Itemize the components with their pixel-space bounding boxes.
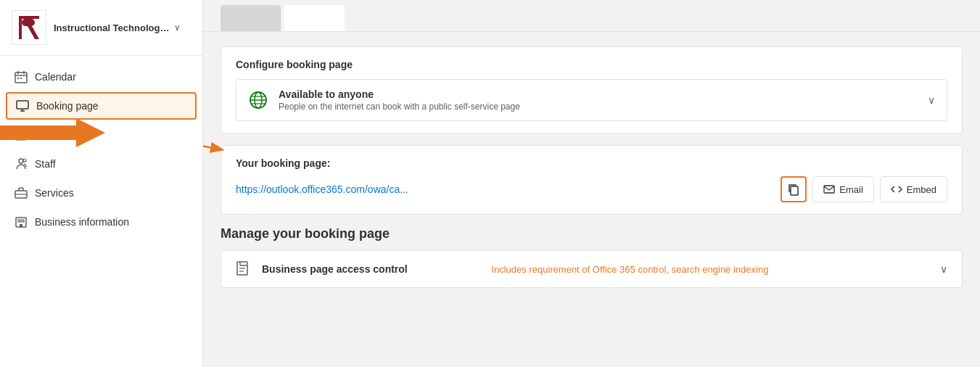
tab-2[interactable]: [284, 5, 344, 31]
booking-url-label: Your booking page:: [236, 157, 947, 169]
sidebar-item-booking-page-label: Booking page: [36, 100, 99, 112]
university-logo: [12, 10, 46, 45]
access-control-label: Business page access control: [262, 263, 481, 275]
document-icon: [236, 261, 252, 277]
availability-row: Available to anyone People on the intern…: [236, 79, 947, 121]
embed-button-label: Embed: [907, 184, 936, 195]
sidebar-item-services-label: Services: [35, 187, 74, 199]
sidebar-item-calendar-label: Calendar: [35, 71, 76, 83]
svg-rect-15: [22, 131, 25, 133]
sidebar-title-chevron[interactable]: ∨: [174, 22, 181, 33]
content-area: Configure booking page Available to anyo…: [203, 32, 980, 302]
copy-url-button[interactable]: [781, 176, 807, 202]
sidebar-nav: Calendar Booking page: [0, 56, 202, 243]
svg-rect-14: [17, 131, 20, 133]
briefcase-icon: [15, 186, 28, 199]
svg-rect-13: [16, 137, 26, 140]
sidebar-item-staff-label: Staff: [35, 158, 56, 170]
sidebar-item-business-info[interactable]: Business information: [0, 208, 202, 236]
email-button[interactable]: Email: [812, 176, 874, 202]
monitor-icon: [16, 99, 29, 112]
access-control-description: Includes requirement of Office 365 contr…: [491, 264, 930, 275]
sidebar-header: Instructional Technology ... ∨: [0, 0, 202, 56]
tab-1-label: [235, 12, 266, 23]
manage-booking-section: Manage your booking page Business page a…: [221, 226, 963, 288]
svg-rect-9: [20, 78, 22, 79]
svg-rect-31: [824, 186, 834, 193]
building-icon: [15, 215, 28, 228]
availability-title: Available to anyone: [279, 88, 918, 100]
svg-rect-3: [22, 19, 35, 26]
main-content: Configure booking page Available to anyo…: [203, 0, 980, 367]
url-actions-row: https://outlook.office365.com/owa/ca... …: [236, 176, 947, 202]
configure-section-title: Configure booking page: [236, 59, 947, 70]
svg-rect-21: [18, 220, 20, 222]
sidebar-title: Instructional Technology ...: [54, 22, 170, 33]
tab-1[interactable]: [221, 5, 281, 31]
sidebar-title-area[interactable]: Instructional Technology ... ∨: [54, 22, 191, 33]
availability-expand-chevron[interactable]: ∨: [928, 94, 935, 106]
svg-rect-8: [17, 78, 19, 79]
globe-icon: [248, 90, 268, 110]
manage-section-title: Manage your booking page: [221, 226, 963, 242]
sidebar: Instructional Technology ... ∨: [0, 0, 203, 367]
booking-url-section: Your booking page: https://outlook.offic…: [221, 145, 963, 215]
sidebar-item-staff[interactable]: Staff: [0, 150, 202, 178]
sidebar-item-services[interactable]: Services: [0, 179, 202, 207]
availability-desc: People on the internet can book with a p…: [279, 102, 918, 112]
access-control-expand-chevron[interactable]: ∨: [940, 263, 947, 275]
svg-rect-10: [17, 101, 28, 109]
svg-rect-22: [22, 220, 24, 222]
staff-icon: [15, 157, 28, 170]
email-button-label: Email: [839, 184, 863, 195]
svg-rect-23: [20, 224, 22, 227]
sidebar-item-booking-page[interactable]: Booking page: [6, 92, 197, 120]
tab-2-label: [298, 12, 329, 23]
svg-line-33: [203, 95, 221, 149]
svg-rect-30: [791, 186, 798, 195]
sidebar-item-customers-label: Customers: [35, 129, 84, 141]
customers-icon: [15, 128, 28, 141]
svg-point-16: [19, 159, 23, 163]
sidebar-item-customers[interactable]: Customers: [0, 121, 202, 149]
top-tabs: [203, 0, 980, 32]
calendar-icon: [15, 70, 28, 83]
sidebar-item-business-info-label: Business information: [35, 216, 129, 228]
availability-text: Available to anyone People on the intern…: [279, 88, 918, 112]
configure-booking-section: Configure booking page Available to anyo…: [221, 46, 963, 133]
business-access-card: Business page access control Includes re…: [221, 250, 963, 288]
sidebar-item-calendar[interactable]: Calendar: [0, 63, 202, 91]
svg-point-17: [23, 159, 26, 162]
embed-button[interactable]: Embed: [880, 176, 947, 202]
booking-url-text[interactable]: https://outlook.office365.com/owa/ca...: [236, 184, 775, 195]
